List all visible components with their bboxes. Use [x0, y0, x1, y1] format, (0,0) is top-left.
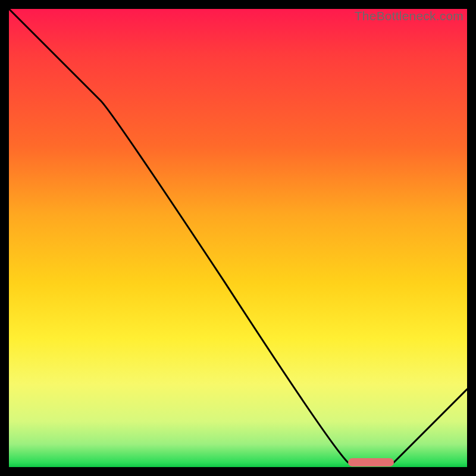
bottleneck-curve — [9, 9, 467, 467]
chart-frame: TheBottleneck.com — [0, 0, 476, 476]
watermark-text: TheBottleneck.com — [355, 9, 464, 23]
optimal-range-marker — [348, 458, 394, 466]
chart-plot-area: TheBottleneck.com — [9, 9, 467, 467]
